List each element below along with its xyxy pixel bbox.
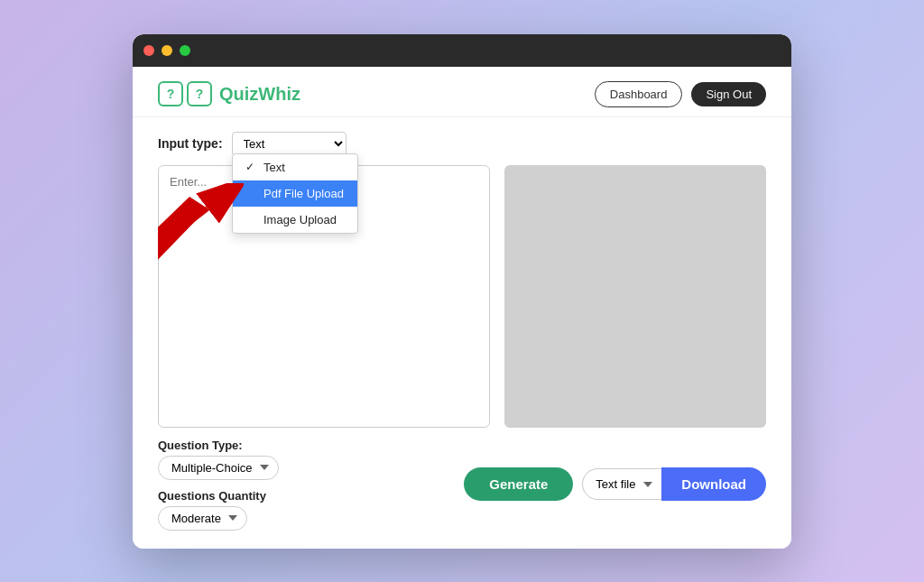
question-type-label: Question Type:	[158, 439, 279, 452]
main-area: Input type: Text Pdf File Upload Image U…	[133, 117, 791, 549]
input-type-select[interactable]: Text Pdf File Upload Image Upload	[232, 132, 346, 156]
input-type-dropdown: ✓ Text Pdf File Upload Image Upload	[232, 153, 358, 234]
dropdown-item-pdf-label: Pdf File Upload	[263, 187, 344, 200]
app-window: ? ? QuizWhiz Dashboard Sign Out Input ty…	[133, 34, 791, 549]
quantity-label: Questions Quantity	[158, 489, 279, 503]
download-group: Text file PDF Word Download	[582, 467, 766, 501]
dropdown-item-text[interactable]: ✓ Text	[233, 154, 357, 180]
dropdown-item-image-label: Image Upload	[263, 213, 337, 226]
left-controls: Question Type: Multiple-Choice True/Fals…	[158, 439, 279, 531]
download-button[interactable]: Download	[661, 467, 766, 501]
dashboard-button[interactable]: Dashboard	[595, 81, 683, 107]
minimize-button[interactable]	[162, 45, 172, 56]
header: ? ? QuizWhiz Dashboard Sign Out	[133, 67, 791, 117]
logo-icons: ? ?	[158, 81, 212, 106]
dropdown-item-text-label: Text	[263, 161, 285, 174]
bottom-controls: Question Type: Multiple-Choice True/Fals…	[158, 439, 766, 531]
titlebar	[133, 34, 791, 67]
dropdown-item-pdf[interactable]: Pdf File Upload	[233, 180, 357, 207]
generate-button[interactable]: Generate	[464, 467, 573, 501]
question-type-select[interactable]: Multiple-Choice True/False Short Answer	[158, 456, 279, 480]
check-icon: ✓	[245, 161, 258, 173]
quantity-select[interactable]: Moderate Few Many	[158, 506, 247, 531]
file-type-select[interactable]: Text file PDF Word	[582, 468, 661, 500]
logo-icon-2: ?	[187, 81, 212, 106]
logo: ? ? QuizWhiz	[158, 81, 300, 106]
signout-button[interactable]: Sign Out	[691, 82, 766, 106]
close-button[interactable]	[143, 45, 154, 56]
header-nav: Dashboard Sign Out	[595, 81, 766, 107]
maximize-button[interactable]	[180, 45, 190, 56]
app-content: ? ? QuizWhiz Dashboard Sign Out Input ty…	[133, 67, 791, 549]
logo-text: QuizWhiz	[219, 84, 300, 105]
dropdown-item-image[interactable]: Image Upload	[233, 207, 357, 233]
right-controls: Generate Text file PDF Word Download	[464, 467, 766, 501]
input-type-label: Input type:	[158, 136, 223, 151]
right-panel-preview	[504, 165, 766, 428]
quantity-group: Questions Quantity Moderate Few Many	[158, 489, 279, 531]
question-type-group: Question Type: Multiple-Choice True/Fals…	[158, 439, 279, 480]
input-type-row: Input type: Text Pdf File Upload Image U…	[158, 132, 766, 156]
logo-icon-1: ?	[158, 81, 183, 106]
